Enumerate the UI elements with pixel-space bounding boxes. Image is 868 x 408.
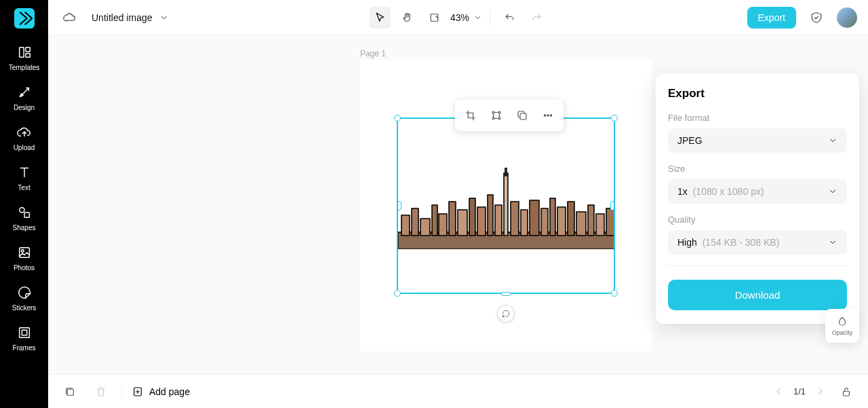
skyline-image[interactable] (398, 168, 614, 249)
svg-rect-7 (19, 328, 29, 338)
svg-rect-15 (439, 214, 447, 236)
handle-e[interactable] (610, 201, 614, 210)
handle-ne[interactable] (611, 115, 618, 122)
redo-button[interactable] (526, 7, 547, 29)
rail-label: Frames (13, 344, 36, 352)
doc-title-text: Untitled image (92, 12, 153, 23)
export-title: Export (668, 87, 847, 100)
handle-w[interactable] (397, 201, 401, 210)
svg-point-3 (19, 208, 24, 212)
svg-rect-18 (469, 198, 475, 236)
size-label: Size (668, 164, 847, 174)
svg-rect-22 (504, 173, 508, 236)
rail-label: Photos (14, 264, 35, 272)
quality-select[interactable]: High (154 KB - 308 KB) (668, 230, 847, 255)
undo-button[interactable] (498, 7, 520, 29)
rotate-handle[interactable] (497, 305, 515, 322)
opacity-label: Opacity (832, 329, 853, 336)
page-indicator: 1/1 (793, 386, 806, 396)
svg-rect-2 (25, 54, 29, 58)
rail-text[interactable]: Text (0, 158, 48, 198)
add-page-button[interactable]: Add page (132, 386, 190, 398)
size-select[interactable]: 1x (1080 x 1080 px) (668, 179, 847, 204)
handle-nw[interactable] (394, 115, 401, 122)
rail-upload[interactable]: Upload (0, 118, 48, 158)
svg-rect-27 (541, 208, 548, 236)
chevron-down-icon (159, 13, 169, 22)
layers-icon[interactable] (59, 381, 81, 403)
svg-rect-4 (24, 212, 29, 217)
chevron-down-icon (828, 238, 837, 247)
chevron-down-icon (828, 136, 837, 145)
crop-tool[interactable] (423, 7, 445, 29)
export-panel: Export File format JPEG Size 1x (1080 x … (656, 73, 859, 324)
svg-rect-30 (568, 202, 574, 236)
svg-rect-12 (412, 208, 418, 236)
handle-sw[interactable] (394, 290, 401, 297)
quality-prefix: High (677, 237, 697, 248)
zoom-control[interactable]: 43% (450, 12, 481, 23)
svg-rect-0 (19, 48, 23, 58)
delete-icon[interactable] (90, 381, 112, 403)
next-page-icon[interactable] (815, 386, 826, 397)
svg-rect-34 (606, 208, 614, 236)
rail-templates[interactable]: Templates (0, 38, 48, 78)
shield-icon[interactable] (806, 7, 827, 29)
svg-rect-11 (401, 215, 410, 236)
add-page-label: Add page (149, 386, 190, 397)
separator (121, 384, 122, 399)
rail-label: Upload (14, 144, 35, 151)
svg-rect-28 (550, 198, 555, 236)
download-button[interactable]: Download (668, 280, 847, 310)
size-value: (1080 x 1080 px) (693, 186, 764, 197)
opacity-tool[interactable]: Opacity (825, 309, 859, 343)
rail-frames[interactable]: Frames (0, 318, 48, 358)
divider (668, 265, 847, 266)
svg-rect-29 (557, 207, 566, 236)
svg-rect-24 (511, 202, 519, 236)
rail-stickers[interactable]: Stickers (0, 278, 48, 318)
svg-rect-1 (25, 48, 29, 52)
rail-photos[interactable]: Photos (0, 238, 48, 278)
cloud-icon[interactable] (59, 7, 81, 29)
svg-rect-13 (420, 219, 430, 236)
svg-rect-25 (521, 210, 528, 236)
svg-rect-21 (495, 205, 502, 236)
transform-icon[interactable] (485, 104, 508, 127)
svg-rect-5 (19, 248, 29, 258)
file-format-select[interactable]: JPEG (668, 128, 847, 153)
canvas-area[interactable]: Page 1 (48, 35, 868, 374)
svg-rect-43 (67, 389, 73, 395)
left-rail: Templates Design Upload Text Shapes Phot… (0, 0, 48, 408)
crop-icon[interactable] (459, 104, 482, 127)
export-button[interactable]: Export (747, 7, 796, 29)
doc-title[interactable]: Untitled image (92, 12, 169, 23)
rail-label: Shapes (13, 224, 36, 231)
hand-tool[interactable] (396, 7, 418, 29)
lock-icon[interactable] (835, 381, 857, 403)
svg-rect-45 (844, 391, 850, 396)
page-label: Page 1 (360, 49, 386, 58)
prev-page-icon[interactable] (773, 386, 784, 397)
svg-point-6 (21, 249, 24, 252)
rail-label: Templates (9, 64, 40, 71)
more-icon[interactable] (536, 104, 559, 127)
zoom-value: 43% (450, 12, 469, 23)
chevron-down-icon (828, 187, 837, 196)
rail-label: Design (14, 104, 35, 111)
rail-label: Text (18, 184, 30, 191)
selection-toolbar (455, 100, 564, 131)
select-tool[interactable] (369, 7, 391, 29)
selection-frame[interactable] (397, 117, 615, 294)
svg-rect-16 (449, 202, 456, 236)
size-prefix: 1x (677, 186, 688, 197)
svg-point-42 (550, 115, 551, 116)
rail-design[interactable]: Design (0, 78, 48, 118)
rail-label: Stickers (12, 304, 37, 312)
handle-s[interactable] (501, 292, 511, 296)
avatar[interactable] (837, 7, 857, 28)
rail-shapes[interactable]: Shapes (0, 198, 48, 238)
duplicate-icon[interactable] (511, 104, 534, 127)
app-logo[interactable] (14, 8, 35, 29)
handle-se[interactable] (611, 290, 618, 297)
